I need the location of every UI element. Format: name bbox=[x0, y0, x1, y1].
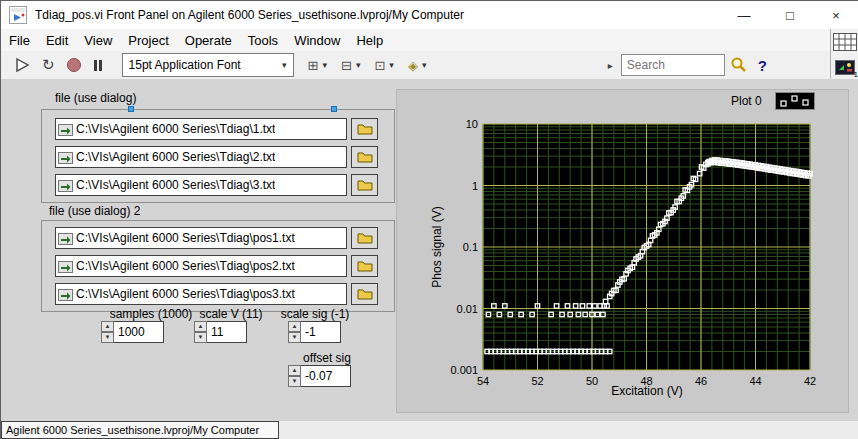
reorder-dropdown[interactable]: ◈ ▾ bbox=[404, 54, 431, 76]
svg-text:52: 52 bbox=[531, 375, 543, 387]
svg-text:1: 1 bbox=[472, 180, 478, 192]
svg-text:54: 54 bbox=[477, 375, 489, 387]
labview-app-icon bbox=[9, 6, 27, 24]
align-objects-icon: ⊞ bbox=[308, 58, 319, 73]
decrement-button[interactable]: ▼ bbox=[194, 332, 207, 343]
scale-v-value[interactable]: 11 bbox=[207, 321, 247, 343]
scale-sig-value[interactable]: -1 bbox=[301, 321, 341, 343]
pause-button[interactable] bbox=[90, 54, 106, 76]
chevron-down-icon: ▾ bbox=[389, 60, 394, 70]
scale-v-label: scale V (11) bbox=[191, 307, 271, 321]
file-path-input-5[interactable]: C:\VIs\Agilent 6000 Series\Tdiag\pos2.tx… bbox=[55, 255, 347, 277]
increment-button[interactable]: ▲ bbox=[288, 321, 301, 332]
menu-operate[interactable]: Operate bbox=[177, 33, 240, 48]
file-path-input-2[interactable]: C:\VIs\Agilent 6000 Series\Tdiag\2.txt bbox=[55, 146, 347, 168]
browse-button[interactable] bbox=[351, 255, 378, 277]
browse-button[interactable] bbox=[351, 227, 378, 249]
folder-icon bbox=[357, 232, 373, 244]
help-button[interactable]: ? bbox=[758, 57, 767, 74]
menu-edit[interactable]: Edit bbox=[38, 33, 76, 48]
file-path-row: C:\VIs\Agilent 6000 Series\Tdiag\2.txt bbox=[55, 146, 395, 168]
navigation-badge: 1 bbox=[854, 70, 858, 79]
reorder-icon: ◈ bbox=[408, 58, 418, 73]
resize-objects-dropdown[interactable]: ⊡ ▾ bbox=[370, 54, 397, 76]
vi-navigation-icon[interactable] bbox=[835, 60, 855, 75]
window-title: Tdiag_pos.vi Front Panel on Agilent 6000… bbox=[35, 8, 721, 22]
decrement-button[interactable]: ▼ bbox=[288, 376, 301, 387]
samples-value[interactable]: 1000 bbox=[114, 321, 164, 343]
file-path-row: C:\VIs\Agilent 6000 Series\Tdiag\3.txt bbox=[55, 174, 395, 196]
plot-area[interactable]: 545250484644421010.10.010.001 bbox=[397, 90, 850, 414]
menu-view[interactable]: View bbox=[76, 33, 120, 48]
browse-button[interactable] bbox=[351, 174, 378, 196]
svg-text:44: 44 bbox=[749, 375, 761, 387]
abort-button[interactable] bbox=[64, 54, 84, 76]
file-path-input-1[interactable]: C:\VIs\Agilent 6000 Series\Tdiag\1.txt bbox=[55, 118, 347, 140]
browse-button[interactable] bbox=[351, 146, 378, 168]
minimize-button[interactable]: — bbox=[721, 1, 767, 29]
path-symbol-icon bbox=[58, 150, 73, 164]
file-path-input-6[interactable]: C:\VIs\Agilent 6000 Series\Tdiag\pos3.tx… bbox=[55, 283, 347, 305]
selection-handle[interactable] bbox=[128, 106, 134, 112]
file-path-text: C:\VIs\Agilent 6000 Series\Tdiag\3.txt bbox=[76, 178, 275, 192]
plot-legend-sample[interactable] bbox=[775, 92, 815, 110]
toolbar-overflow-icon[interactable]: ▸ bbox=[608, 60, 613, 71]
chevron-down-icon: ▾ bbox=[322, 60, 327, 70]
chevron-down-icon: ▾ bbox=[422, 60, 427, 70]
increment-button[interactable]: ▲ bbox=[288, 365, 301, 376]
labview-window: Tdiag_pos.vi Front Panel on Agilent 6000… bbox=[0, 0, 858, 439]
run-arrow-icon bbox=[14, 57, 32, 73]
scale-sig-control: ▲ ▼ -1 bbox=[288, 321, 341, 343]
offset-sig-control: ▲ ▼ -0.07 bbox=[288, 365, 351, 387]
menu-project[interactable]: Project bbox=[120, 33, 176, 48]
x-axis-title: Excitation (V) bbox=[547, 384, 747, 398]
distribute-objects-icon: ⊟ bbox=[341, 58, 352, 73]
browse-button[interactable] bbox=[351, 283, 378, 305]
path-symbol-icon bbox=[58, 287, 73, 301]
samples-label: samples (1000) bbox=[105, 307, 197, 321]
menu-help[interactable]: Help bbox=[348, 33, 391, 48]
decrement-button[interactable]: ▼ bbox=[288, 332, 301, 343]
file-path-row: C:\VIs\Agilent 6000 Series\Tdiag\1.txt bbox=[55, 118, 395, 140]
resize-objects-icon: ⊡ bbox=[374, 58, 385, 73]
run-button[interactable] bbox=[11, 54, 35, 76]
file-path-text: C:\VIs\Agilent 6000 Series\Tdiag\pos1.tx… bbox=[76, 231, 295, 245]
font-selector-label: 15pt Application Font bbox=[129, 58, 241, 72]
menu-file[interactable]: File bbox=[1, 33, 38, 48]
increment-button[interactable]: ▲ bbox=[101, 321, 114, 332]
decrement-button[interactable]: ▼ bbox=[101, 332, 114, 343]
file-path-input-3[interactable]: C:\VIs\Agilent 6000 Series\Tdiag\3.txt bbox=[55, 174, 347, 196]
grid-navigator-icon[interactable] bbox=[833, 33, 857, 51]
browse-button[interactable] bbox=[351, 118, 378, 140]
scale-v-control: ▲ ▼ 11 bbox=[194, 321, 247, 343]
folder-icon bbox=[357, 123, 373, 135]
toolbar-right-group: ▸ ? bbox=[608, 54, 767, 76]
distribute-objects-dropdown[interactable]: ⊟ ▾ bbox=[337, 54, 364, 76]
increment-decrement: ▲ ▼ bbox=[101, 321, 114, 343]
svg-text:42: 42 bbox=[804, 375, 816, 387]
y-axis-title: Phos signal (V) bbox=[430, 192, 444, 302]
increment-decrement: ▲ ▼ bbox=[194, 321, 207, 343]
selection-handle[interactable] bbox=[331, 106, 337, 112]
search-input[interactable] bbox=[621, 54, 725, 76]
toolbar: ↻ 15pt Application Font ▾ ⊞ ▾ ⊟ ▾ ⊡ ▾ ◈ … bbox=[1, 51, 831, 80]
path-symbol-icon bbox=[58, 122, 73, 136]
menu-window[interactable]: Window bbox=[286, 33, 348, 48]
run-continuous-button[interactable]: ↻ bbox=[39, 54, 58, 76]
search-icon[interactable] bbox=[730, 56, 748, 74]
chevron-down-icon: ▾ bbox=[282, 60, 287, 70]
status-project-label[interactable]: Agilent 6000 Series_usethisone.lvproj/My… bbox=[1, 421, 279, 439]
offset-sig-value[interactable]: -0.07 bbox=[301, 365, 351, 387]
svg-text:0.001: 0.001 bbox=[450, 364, 478, 376]
align-objects-dropdown[interactable]: ⊞ ▾ bbox=[304, 54, 331, 76]
menu-tools[interactable]: Tools bbox=[240, 33, 286, 48]
close-button[interactable]: × bbox=[813, 1, 858, 29]
file-path-input-4[interactable]: C:\VIs\Agilent 6000 Series\Tdiag\pos1.tx… bbox=[55, 227, 347, 249]
maximize-button[interactable]: □ bbox=[767, 1, 813, 29]
scale-sig-label: scale sig (-1) bbox=[273, 307, 357, 321]
font-selector[interactable]: 15pt Application Font ▾ bbox=[122, 53, 294, 77]
increment-button[interactable]: ▲ bbox=[194, 321, 207, 332]
file-path-row: C:\VIs\Agilent 6000 Series\Tdiag\pos3.tx… bbox=[55, 283, 395, 305]
path-symbol-icon bbox=[58, 231, 73, 245]
corner-panel: 1 bbox=[830, 29, 858, 80]
